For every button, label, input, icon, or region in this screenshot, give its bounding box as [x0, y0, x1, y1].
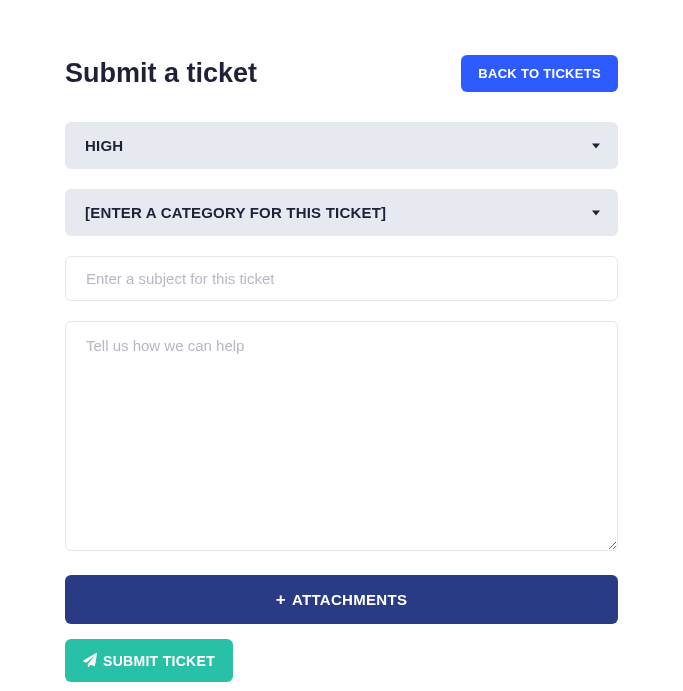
submit-label: SUBMIT TICKET — [103, 653, 215, 669]
category-select[interactable]: [ENTER A CATEGORY FOR THIS TICKET] — [65, 189, 618, 236]
description-textarea[interactable] — [65, 321, 618, 551]
header-row: Submit a ticket BACK TO TICKETS — [65, 55, 618, 92]
plus-icon: + — [276, 591, 286, 608]
attachments-button[interactable]: + ATTACHMENTS — [65, 575, 618, 624]
submit-ticket-button[interactable]: SUBMIT TICKET — [65, 639, 233, 682]
page-title: Submit a ticket — [65, 58, 257, 89]
attachments-label: ATTACHMENTS — [292, 591, 407, 608]
priority-select-wrap: HIGH — [65, 122, 618, 169]
back-to-tickets-button[interactable]: BACK TO TICKETS — [461, 55, 618, 92]
priority-select[interactable]: HIGH — [65, 122, 618, 169]
paper-plane-icon — [83, 653, 97, 670]
category-select-wrap: [ENTER A CATEGORY FOR THIS TICKET] — [65, 189, 618, 236]
subject-input[interactable] — [65, 256, 618, 301]
